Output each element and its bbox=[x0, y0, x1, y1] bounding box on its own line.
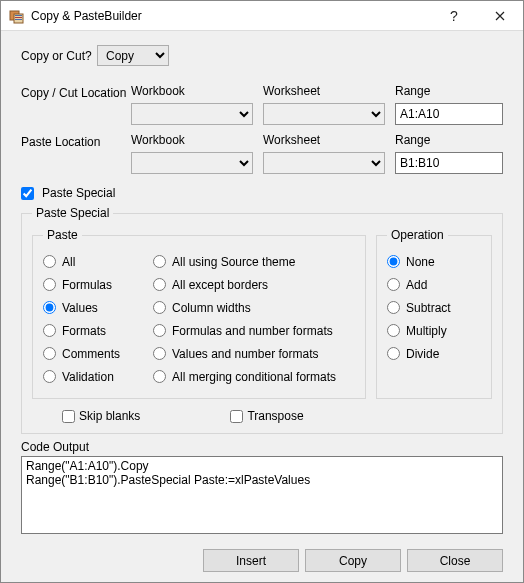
paste-option-formulas-and-number-formats-label: Formulas and number formats bbox=[172, 324, 333, 338]
paste-location-title: Paste Location bbox=[21, 133, 131, 174]
copy-worksheet-label: Worksheet bbox=[263, 84, 385, 99]
copy-location-section: Copy / Cut Location Workbook Worksheet R… bbox=[21, 84, 503, 125]
operation-option-add: Add bbox=[387, 273, 481, 296]
app-icon bbox=[9, 8, 25, 24]
dialog-button-row: Insert Copy Close bbox=[21, 539, 503, 572]
paste-legend: Paste bbox=[43, 228, 82, 242]
operation-option-none-radio[interactable] bbox=[387, 255, 400, 268]
paste-option-formats: Formats bbox=[43, 319, 153, 342]
paste-location-section: Paste Location Workbook Worksheet Range bbox=[21, 133, 503, 174]
copy-or-cut-label: Copy or Cut? bbox=[21, 49, 97, 63]
copy-workbook-select[interactable] bbox=[131, 103, 253, 125]
paste-option-comments-label: Comments bbox=[62, 347, 120, 361]
paste-option-values-and-number-formats: Values and number formats bbox=[153, 342, 355, 365]
dialog-window: Copy & PasteBuilder ? Copy or Cut? Copy … bbox=[0, 0, 524, 583]
paste-special-toggle-row: Paste Special bbox=[21, 186, 503, 200]
paste-special-fieldset: Paste Special Paste AllFormulasValuesFor… bbox=[21, 206, 503, 434]
paste-option-all-except-borders-label: All except borders bbox=[172, 278, 268, 292]
operation-fieldset: Operation NoneAddSubtractMultiplyDivide bbox=[376, 228, 492, 399]
paste-option-all-label: All bbox=[62, 255, 75, 269]
help-button[interactable]: ? bbox=[431, 1, 477, 31]
close-button[interactable]: Close bbox=[407, 549, 503, 572]
paste-option-comments: Comments bbox=[43, 342, 153, 365]
svg-rect-3 bbox=[15, 17, 22, 18]
paste-option-values: Values bbox=[43, 296, 153, 319]
dialog-body: Copy or Cut? Copy Copy / Cut Location Wo… bbox=[1, 31, 523, 582]
paste-option-all-using-source-theme-radio[interactable] bbox=[153, 255, 166, 268]
paste-special-checkbox-label: Paste Special bbox=[42, 186, 115, 200]
svg-rect-2 bbox=[15, 15, 22, 16]
skip-blanks-checkbox[interactable] bbox=[62, 410, 75, 423]
skip-blanks-label: Skip blanks bbox=[79, 409, 140, 423]
paste-option-formats-radio[interactable] bbox=[43, 324, 56, 337]
paste-worksheet-label: Worksheet bbox=[263, 133, 385, 148]
copy-location-title: Copy / Cut Location bbox=[21, 84, 131, 125]
operation-option-add-label: Add bbox=[406, 278, 427, 292]
paste-option-all: All bbox=[43, 250, 153, 273]
paste-option-column-widths: Column widths bbox=[153, 296, 355, 319]
copy-range-label: Range bbox=[395, 84, 503, 99]
paste-special-legend: Paste Special bbox=[32, 206, 113, 220]
operation-option-multiply: Multiply bbox=[387, 319, 481, 342]
paste-option-all-using-source-theme-label: All using Source theme bbox=[172, 255, 295, 269]
copy-range-input[interactable] bbox=[395, 103, 503, 125]
close-window-button[interactable] bbox=[477, 1, 523, 31]
paste-option-all-merging-conditional-formats-label: All merging conditional formats bbox=[172, 370, 336, 384]
paste-fieldset: Paste AllFormulasValuesFormatsCommentsVa… bbox=[32, 228, 366, 399]
svg-rect-4 bbox=[15, 19, 22, 20]
copy-worksheet-select[interactable] bbox=[263, 103, 385, 125]
paste-option-all-radio[interactable] bbox=[43, 255, 56, 268]
paste-option-column-widths-label: Column widths bbox=[172, 301, 251, 315]
operation-option-subtract: Subtract bbox=[387, 296, 481, 319]
paste-option-all-except-borders-radio[interactable] bbox=[153, 278, 166, 291]
code-output-label: Code Output bbox=[21, 440, 503, 454]
operation-option-divide-radio[interactable] bbox=[387, 347, 400, 360]
paste-option-validation-label: Validation bbox=[62, 370, 114, 384]
paste-option-all-using-source-theme: All using Source theme bbox=[153, 250, 355, 273]
paste-option-formulas-and-number-formats: Formulas and number formats bbox=[153, 319, 355, 342]
operation-option-none: None bbox=[387, 250, 481, 273]
operation-option-multiply-radio[interactable] bbox=[387, 324, 400, 337]
copy-or-cut-row: Copy or Cut? Copy bbox=[21, 45, 503, 66]
paste-option-all-merging-conditional-formats-radio[interactable] bbox=[153, 370, 166, 383]
operation-option-divide-label: Divide bbox=[406, 347, 439, 361]
operation-option-add-radio[interactable] bbox=[387, 278, 400, 291]
insert-button[interactable]: Insert bbox=[203, 549, 299, 572]
operation-option-multiply-label: Multiply bbox=[406, 324, 447, 338]
paste-option-formulas-label: Formulas bbox=[62, 278, 112, 292]
paste-range-input[interactable] bbox=[395, 152, 503, 174]
paste-option-values-radio[interactable] bbox=[43, 301, 56, 314]
paste-option-values-and-number-formats-label: Values and number formats bbox=[172, 347, 319, 361]
paste-option-all-except-borders: All except borders bbox=[153, 273, 355, 296]
paste-workbook-label: Workbook bbox=[131, 133, 253, 148]
paste-special-checkbox[interactable] bbox=[21, 187, 34, 200]
titlebar: Copy & PasteBuilder ? bbox=[1, 1, 523, 31]
operation-option-subtract-label: Subtract bbox=[406, 301, 451, 315]
copy-workbook-label: Workbook bbox=[131, 84, 253, 99]
operation-option-none-label: None bbox=[406, 255, 435, 269]
paste-option-validation: Validation bbox=[43, 365, 153, 388]
paste-option-formulas-and-number-formats-radio[interactable] bbox=[153, 324, 166, 337]
code-output-textarea[interactable] bbox=[21, 456, 503, 534]
paste-option-validation-radio[interactable] bbox=[43, 370, 56, 383]
transpose-label: Transpose bbox=[247, 409, 303, 423]
paste-option-values-label: Values bbox=[62, 301, 98, 315]
window-title: Copy & PasteBuilder bbox=[31, 9, 142, 23]
paste-option-values-and-number-formats-radio[interactable] bbox=[153, 347, 166, 360]
paste-worksheet-select[interactable] bbox=[263, 152, 385, 174]
paste-option-formulas: Formulas bbox=[43, 273, 153, 296]
operation-option-subtract-radio[interactable] bbox=[387, 301, 400, 314]
paste-option-comments-radio[interactable] bbox=[43, 347, 56, 360]
paste-option-column-widths-radio[interactable] bbox=[153, 301, 166, 314]
paste-range-label: Range bbox=[395, 133, 503, 148]
copy-or-cut-select[interactable]: Copy bbox=[97, 45, 169, 66]
paste-workbook-select[interactable] bbox=[131, 152, 253, 174]
paste-option-formats-label: Formats bbox=[62, 324, 106, 338]
transpose-checkbox[interactable] bbox=[230, 410, 243, 423]
paste-option-formulas-radio[interactable] bbox=[43, 278, 56, 291]
operation-option-divide: Divide bbox=[387, 342, 481, 365]
operation-legend: Operation bbox=[387, 228, 448, 242]
paste-option-all-merging-conditional-formats: All merging conditional formats bbox=[153, 365, 355, 388]
copy-button[interactable]: Copy bbox=[305, 549, 401, 572]
